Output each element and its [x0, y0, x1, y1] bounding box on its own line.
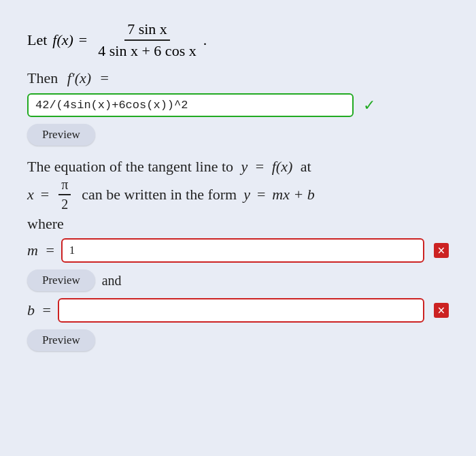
- pi-denominator: 2: [58, 195, 71, 212]
- main-card: Let f(x) = 7 sin x 4 sin x + 6 cos x . T…: [0, 0, 476, 456]
- check-icon: ✓: [363, 97, 375, 114]
- fraction-numerator: 7 sin x: [124, 20, 170, 41]
- pi-numerator: π: [58, 177, 71, 195]
- b-preview-button[interactable]: Preview: [27, 329, 95, 351]
- tangent-line2: x = π 2 can be written in the form y = m…: [27, 177, 449, 212]
- fprime-label: f′(x): [67, 69, 91, 86]
- b-input[interactable]: [58, 298, 424, 323]
- m-row: m = ×: [27, 238, 449, 263]
- m-x-icon[interactable]: ×: [434, 243, 449, 258]
- formula-display: Let f(x) = 7 sin x 4 sin x + 6 cos x .: [27, 20, 449, 60]
- fraction-denominator: 4 sin x + 6 cos x: [95, 41, 199, 60]
- tangent-section: The equation of the tangent line to y = …: [27, 158, 449, 351]
- derivative-label-line: Then f′(x) =: [27, 67, 449, 89]
- derivative-input[interactable]: [27, 93, 354, 117]
- b-label: b =: [27, 302, 51, 319]
- fx-label: f(x): [52, 31, 73, 49]
- then-label: Then: [27, 69, 58, 86]
- b-preview-row: Preview: [27, 329, 449, 351]
- derivative-preview-button[interactable]: Preview: [27, 124, 95, 146]
- derivative-preview-row: Preview: [27, 124, 449, 146]
- formula-section: Let f(x) = 7 sin x 4 sin x + 6 cos x .: [27, 20, 449, 60]
- equals-sign: =: [79, 31, 87, 49]
- b-x-icon[interactable]: ×: [434, 303, 449, 318]
- m-input[interactable]: [61, 238, 424, 263]
- m-preview-row: Preview and: [27, 270, 449, 291]
- let-label: Let: [27, 31, 47, 49]
- period: .: [203, 31, 207, 49]
- where-line: where: [27, 215, 449, 233]
- derivative-input-row: ✓: [27, 93, 449, 117]
- derivative-section: Then f′(x) = ✓ Preview: [27, 67, 449, 146]
- m-preview-button[interactable]: Preview: [27, 270, 95, 291]
- b-row: b = ×: [27, 298, 449, 323]
- deriv-equals: =: [101, 69, 109, 86]
- and-text: and: [102, 273, 122, 289]
- tangent-line1: The equation of the tangent line to y = …: [27, 158, 449, 176]
- m-label: m =: [27, 242, 54, 259]
- fraction: 7 sin x 4 sin x + 6 cos x: [95, 20, 199, 60]
- pi-fraction: π 2: [58, 177, 71, 212]
